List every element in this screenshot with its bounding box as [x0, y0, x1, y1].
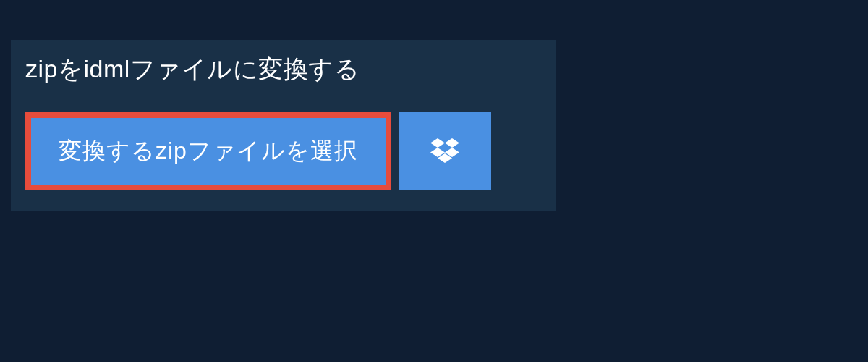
select-file-button[interactable]: 変換するzipファイルを選択 [25, 112, 391, 190]
converter-panel: zipをidmlファイルに変換する 変換するzipファイルを選択 [11, 40, 556, 211]
dropbox-icon [430, 138, 459, 165]
page-title: zipをidmlファイルに変換する [25, 53, 359, 86]
button-row: 変換するzipファイルを選択 [11, 96, 556, 211]
dropbox-button[interactable] [399, 112, 491, 190]
heading-wrapper: zipをidmlファイルに変換する [11, 40, 374, 96]
